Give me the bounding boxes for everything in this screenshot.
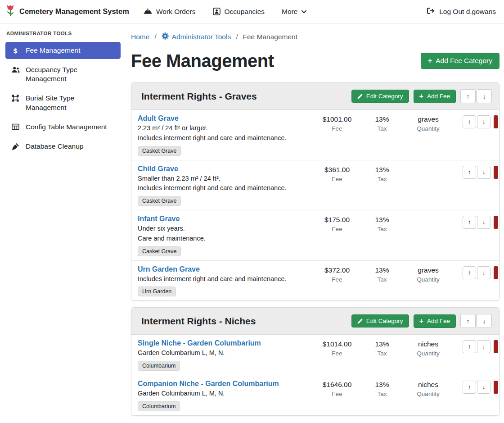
- sidebar-item-fee-management[interactable]: $ Fee Management: [5, 42, 121, 59]
- nav-item-more[interactable]: More: [282, 8, 306, 16]
- fee-type-badge: Columbarium: [138, 401, 180, 411]
- fee-column: $372.00 Fee: [312, 265, 362, 297]
- fee-type-badge: Urn Garden: [138, 287, 176, 296]
- move-fee-up-button[interactable]: ↑: [463, 266, 476, 279]
- sidebar-item-occupancy-type-management[interactable]: Occupancy Type Management: [5, 61, 121, 87]
- add-fee-button[interactable]: + Add Fee: [414, 90, 456, 103]
- delete-button-clipped[interactable]: [494, 266, 498, 279]
- tax-column: 13% Tax: [362, 339, 402, 371]
- delete-button-clipped[interactable]: [494, 115, 498, 128]
- fee-name-link[interactable]: Companion Niche - Garden Columbarium: [138, 380, 279, 388]
- app-brand[interactable]: Cemetery Management System: [5, 5, 129, 18]
- fee-reorder-buttons: ↑ ↓: [454, 165, 499, 206]
- fee-label: Fee: [312, 125, 362, 132]
- add-fee-category-button[interactable]: + Add Fee Category: [421, 53, 500, 69]
- sidebar-item-database-cleanup[interactable]: Database Cleanup: [5, 138, 121, 155]
- fee-info: Companion Niche - Garden Columbarium Gar…: [138, 380, 312, 411]
- tax-label: Tax: [362, 226, 402, 232]
- add-fee-button[interactable]: + Add Fee: [414, 314, 456, 328]
- sidebar-item-burial-site-type-management[interactable]: Burial Site Type Management: [5, 90, 121, 116]
- fee-type-badge: Columbarium: [138, 361, 180, 371]
- fee-name-link[interactable]: Single Niche - Garden Columbarium: [138, 339, 261, 347]
- fee-amount: $175.00: [312, 216, 362, 224]
- nav-item-label: Occupancies: [225, 8, 265, 16]
- fee-type-badge: Casket Grave: [138, 246, 181, 256]
- fee-name-link[interactable]: Infant Grave: [138, 215, 180, 223]
- fee-description: Garden Columbarium L, M, N.: [138, 348, 312, 358]
- breadcrumb: Home / Administrator Tool: [131, 32, 500, 41]
- move-fee-up-button[interactable]: ↑: [463, 216, 476, 229]
- move-category-up-button[interactable]: ↑: [460, 314, 476, 328]
- breadcrumb-home-link[interactable]: Home: [131, 33, 149, 41]
- edit-category-button[interactable]: Edit Category: [351, 90, 409, 103]
- quantity-column: graves Quantity: [402, 114, 454, 156]
- move-fee-up-button[interactable]: ↑: [463, 166, 476, 179]
- fee-list: Single Niche - Garden Columbarium Garden…: [131, 335, 499, 415]
- sidebar-item-config-table-management[interactable]: Config Table Management: [5, 118, 121, 136]
- nav-item-occupancies[interactable]: Occupancies: [213, 8, 265, 16]
- fee-column: $175.00 Fee: [312, 215, 362, 256]
- tax-column: 13% Tax: [362, 265, 402, 297]
- pencil-icon: [357, 318, 363, 324]
- fee-descriptions: Garden Columbarium L, M, N.: [138, 389, 312, 399]
- fee-row: Child Grave Smaller than 2.23 m² / 24 ft…: [131, 160, 499, 211]
- fee-amount: $372.00: [312, 266, 362, 274]
- sidebar-item-label: Occupancy Type Management: [26, 65, 115, 83]
- fee-category-card: Interment Rights - Niches Edit Category …: [131, 307, 500, 416]
- fee-description: 2.23 m² / 24 ft² or larger.: [138, 123, 312, 133]
- person-frame-icon: [213, 8, 220, 15]
- fee-description: Care and maintenance.: [138, 234, 312, 244]
- breadcrumb-current: Fee Management: [243, 33, 298, 41]
- move-fee-down-button[interactable]: ↓: [477, 166, 490, 179]
- fee-name-link[interactable]: Child Grave: [138, 165, 178, 173]
- fee-amount: $361.00: [312, 166, 362, 174]
- tax-label: Tax: [362, 276, 402, 283]
- move-fee-up-button[interactable]: ↑: [463, 381, 476, 394]
- category-title: Interment Rights - Graves: [141, 90, 257, 103]
- chevron-down-icon: [302, 10, 306, 14]
- fee-reorder-buttons: ↑ ↓: [454, 215, 499, 256]
- move-category-down-button[interactable]: ↓: [477, 314, 492, 328]
- delete-button-clipped[interactable]: [494, 216, 498, 229]
- fee-info: Urn Garden Grave Includes interment righ…: [138, 265, 312, 297]
- move-fee-down-button[interactable]: ↓: [477, 115, 490, 128]
- fee-row: Urn Garden Grave Includes interment righ…: [131, 261, 499, 301]
- nav-item-work-orders[interactable]: Work Orders: [144, 8, 196, 16]
- move-fee-down-button[interactable]: ↓: [477, 340, 490, 353]
- tax-value: 13%: [362, 216, 402, 224]
- move-fee-up-button[interactable]: ↑: [463, 115, 476, 128]
- fee-name-link[interactable]: Urn Garden Grave: [138, 265, 200, 273]
- move-fee-down-button[interactable]: ↓: [477, 381, 490, 394]
- table-icon: [11, 123, 20, 130]
- fee-category-card: Interment Rights - Graves Edit Category …: [131, 82, 500, 301]
- quantity-column: niches Quantity: [402, 380, 454, 411]
- top-navbar: Cemetery Management System Work Orders O…: [0, 0, 504, 23]
- logout-link[interactable]: Log Out d.gowans: [427, 7, 496, 16]
- move-fee-down-button[interactable]: ↓: [477, 266, 490, 279]
- tax-label: Tax: [362, 176, 402, 182]
- fee-name-link[interactable]: Adult Grave: [138, 114, 179, 123]
- delete-button-clipped[interactable]: [494, 166, 498, 179]
- category-reorder-buttons: ↑ ↓: [460, 314, 492, 328]
- move-category-up-button[interactable]: ↑: [460, 89, 476, 103]
- breadcrumb-admin-tools-link[interactable]: Administrator Tools: [162, 32, 231, 41]
- fee-type-badge: Casket Grave: [138, 146, 181, 156]
- move-fee-up-button[interactable]: ↑: [463, 340, 476, 353]
- edit-category-label: Edit Category: [366, 93, 403, 100]
- delete-button-clipped[interactable]: [494, 381, 498, 394]
- sidebar-item-label: Database Cleanup: [26, 142, 83, 151]
- fee-column: $1646.00 Fee: [312, 380, 362, 411]
- tax-label: Tax: [362, 350, 402, 357]
- edit-category-button[interactable]: Edit Category: [351, 314, 409, 327]
- delete-button-clipped[interactable]: [494, 340, 498, 353]
- breadcrumb-admin-tools-label: Administrator Tools: [172, 33, 231, 41]
- fee-column: $1014.00 Fee: [312, 339, 362, 371]
- gear-icon: [162, 32, 169, 41]
- sidebar-item-label: Burial Site Type Management: [26, 94, 115, 112]
- tax-column: 13% Tax: [362, 215, 402, 256]
- move-fee-down-button[interactable]: ↓: [477, 216, 490, 229]
- move-category-down-button[interactable]: ↓: [477, 89, 492, 103]
- sidebar-item-label: Config Table Management: [26, 123, 107, 132]
- fee-label: Fee: [312, 276, 362, 283]
- tax-column: 13% Tax: [362, 165, 402, 206]
